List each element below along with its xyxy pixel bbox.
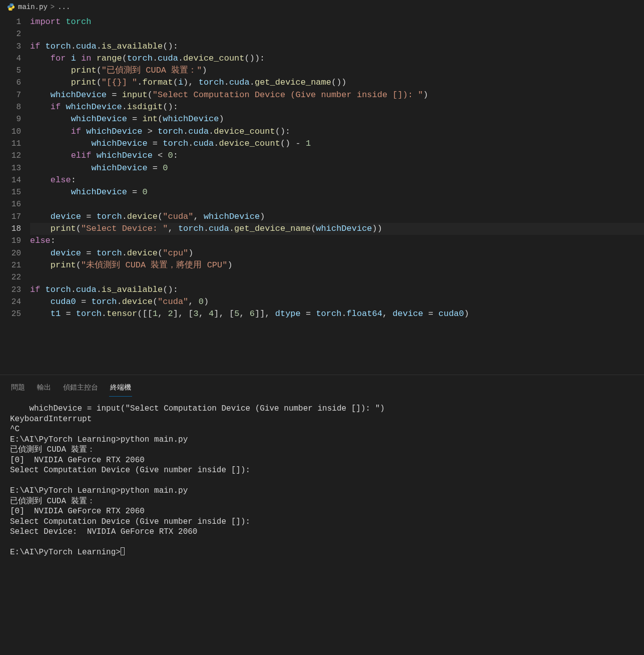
terminal-line: [0] NVIDIA GeForce RTX 2060 [10,506,634,517]
line-number: 20 [0,247,21,259]
code-line[interactable]: if torch.cuda.is_available(): [30,284,644,296]
code-line[interactable]: if torch.cuda.is_available(): [30,41,644,53]
python-file-icon [7,3,15,11]
code-line[interactable]: for i in range(torch.cuda.device_count()… [30,53,644,65]
line-number: 8 [0,101,21,113]
terminal-line [10,537,634,548]
line-number: 24 [0,296,21,308]
line-number: 23 [0,284,21,296]
line-number: 7 [0,89,21,101]
code-line[interactable]: else: [30,235,644,247]
breadcrumb-separator: > [51,3,55,11]
line-number: 17 [0,211,21,223]
code-line[interactable]: cuda0 = torch.device("cuda", 0) [30,296,644,308]
line-number: 16 [0,198,21,210]
code-line[interactable]: device = torch.device("cuda", whichDevic… [30,211,644,223]
line-number: 19 [0,235,21,247]
code-line[interactable]: if whichDevice > torch.cuda.device_count… [30,126,644,138]
panel-tab-debug[interactable]: 偵錯主控台 [62,381,99,397]
panel-tab-output[interactable]: 輸出 [36,381,52,397]
terminal-line: whichDevice = input("Select Computation … [10,404,634,414]
line-number: 15 [0,186,21,198]
line-number: 14 [0,174,21,186]
code-line[interactable]: whichDevice = 0 [30,186,644,198]
code-line[interactable]: else: [30,174,644,186]
code-editor[interactable]: 1234567891011121314151617181920212223242… [0,14,644,375]
code-line[interactable]: whichDevice = int(whichDevice) [30,113,644,125]
terminal-line: 已偵測到 CUDA 裝置： [10,496,634,507]
terminal-cursor [121,547,125,555]
line-number: 12 [0,150,21,162]
code-line[interactable]: whichDevice = input("Select Computation … [30,89,644,101]
code-line[interactable]: device = torch.device("cpu") [30,247,644,259]
panel-tabs: 問題輸出偵錯主控台終端機 [0,378,644,397]
line-number: 13 [0,162,21,174]
terminal-line: KeyboardInterrupt [10,414,634,425]
code-area[interactable]: import torchif torch.cuda.is_available()… [30,14,644,375]
line-number: 10 [0,126,21,138]
terminal-output[interactable]: whichDevice = input("Select Computation … [0,397,644,562]
terminal-line: [0] NVIDIA GeForce RTX 2060 [10,455,634,466]
code-line[interactable]: import torch [30,16,644,28]
line-number: 22 [0,271,21,283]
code-line[interactable] [30,28,644,40]
terminal-line: Select Device: NVIDIA GeForce RTX 2060 [10,527,634,537]
terminal-line: Select Computation Device (Give number i… [10,517,634,527]
terminal-line: E:\AI\PyTorch Learning>python main.py [10,435,634,445]
line-number: 5 [0,65,21,77]
code-line[interactable]: print("未偵測到 CUDA 裝置，將使用 CPU") [30,259,644,271]
terminal-line: E:\AI\PyTorch Learning> [10,547,634,558]
code-line[interactable] [30,271,644,283]
code-line[interactable]: if whichDevice.isdigit(): [30,101,644,113]
code-line[interactable]: print("[{}] ".format(i), torch.cuda.get_… [30,77,644,89]
line-number: 9 [0,113,21,125]
code-line[interactable]: print("已偵測到 CUDA 裝置：") [30,65,644,77]
terminal-line: Select Computation Device (Give number i… [10,465,634,476]
line-number: 1 [0,16,21,28]
breadcrumb-symbol[interactable]: ... [58,3,70,11]
terminal-line: 已偵測到 CUDA 裝置： [10,445,634,455]
code-line[interactable] [30,198,644,210]
line-number: 6 [0,77,21,89]
terminal-line: ^C [10,424,634,435]
line-number-gutter: 1234567891011121314151617181920212223242… [0,14,30,375]
panel-tab-problems[interactable]: 問題 [10,381,26,397]
breadcrumb: main.py > ... [0,0,644,14]
line-number: 21 [0,259,21,271]
terminal-line: E:\AI\PyTorch Learning>python main.py [10,486,634,496]
line-number: 4 [0,53,21,65]
breadcrumb-file[interactable]: main.py [18,3,48,11]
terminal-line [10,476,634,486]
line-number: 18 [0,223,21,235]
bottom-panel: 問題輸出偵錯主控台終端機 whichDevice = input("Select… [0,375,644,562]
code-line[interactable]: t1 = torch.tensor([[1, 2], [3, 4], [5, 6… [30,308,644,320]
panel-tab-terminal[interactable]: 終端機 [109,381,132,397]
line-number: 2 [0,28,21,40]
code-line[interactable]: print("Select Device: ", torch.cuda.get_… [30,223,644,235]
code-line[interactable]: whichDevice = 0 [30,162,644,174]
code-line[interactable]: elif whichDevice < 0: [30,150,644,162]
line-number: 3 [0,41,21,53]
code-line[interactable]: whichDevice = torch.cuda.device_count() … [30,138,644,150]
line-number: 11 [0,138,21,150]
line-number: 25 [0,308,21,320]
